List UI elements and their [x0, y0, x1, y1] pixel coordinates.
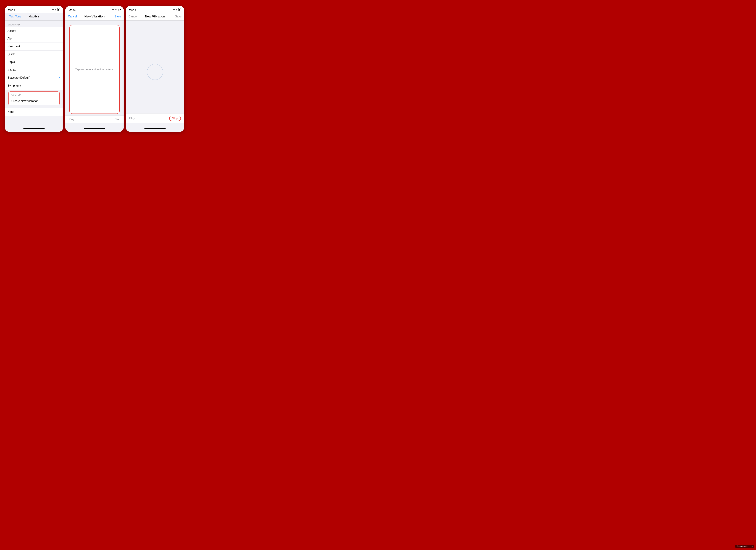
create-new-label: Create New Vibration	[11, 99, 38, 103]
item-label-symphony: Symphony	[7, 84, 21, 87]
battery-icon-1: ▮	[57, 8, 60, 11]
stop-button-2[interactable]: Stop	[114, 118, 120, 121]
list-item-staccato[interactable]: Staccato (Default) ✓	[5, 74, 63, 82]
list-item-alert[interactable]: Alert	[5, 35, 63, 43]
save-button-2[interactable]: Save	[115, 15, 121, 18]
custom-section-label: CUSTOM	[9, 92, 59, 97]
time-1: 09:41	[8, 8, 15, 11]
item-label-quick: Quick	[7, 53, 15, 56]
item-label-accent: Accent	[7, 29, 16, 33]
battery-icon-3: ▮	[178, 8, 181, 11]
standard-list: Accent Alert Heartbeat Quick Rapid S.O.S…	[5, 27, 63, 90]
tap-circle	[147, 64, 163, 80]
standard-section-label: STANDARD	[5, 21, 63, 27]
play-button-2[interactable]: Play	[69, 118, 74, 121]
haptics-title: Haptics	[28, 15, 39, 18]
time-2: 09:41	[69, 8, 75, 11]
none-label: None	[7, 110, 14, 114]
none-section: None	[5, 108, 63, 116]
back-label[interactable]: Text Tone	[9, 15, 21, 18]
play-button-3[interactable]: Play	[129, 117, 135, 120]
status-icons-3: ▪▪▪▪ ⊜ ▮	[173, 8, 181, 11]
chevron-left-icon: ‹	[7, 15, 9, 19]
signal-icon-2: ▪▪▪▪	[112, 9, 114, 11]
cancel-button-3[interactable]: Cancel	[128, 15, 137, 18]
back-button[interactable]: ‹ Text Tone	[7, 15, 21, 19]
list-item-quick[interactable]: Quick	[5, 51, 63, 58]
wifi-icon-2: ⊜	[115, 8, 117, 11]
list-item-symphony[interactable]: Symphony	[5, 82, 63, 90]
item-label-heartbeat: Heartbeat	[7, 45, 20, 48]
list-item-rapid[interactable]: Rapid	[5, 58, 63, 66]
cancel-button-2[interactable]: Cancel	[68, 15, 77, 18]
time-3: 09:41	[129, 8, 136, 11]
phone-screen-2: 09:41 ▪▪▪▪ ⊜ ▮ Cancel New Vibration Save…	[65, 6, 124, 132]
create-new-vibration-item[interactable]: Create New Vibration ›	[9, 97, 59, 105]
checkmark-icon-staccato: ✓	[58, 76, 61, 80]
chevron-right-icon: ›	[56, 100, 57, 102]
none-item[interactable]: None	[5, 108, 63, 116]
wifi-icon-1: ⊜	[55, 8, 56, 11]
tap-hint-2: Tap to create a vibration pattern.	[75, 68, 114, 71]
home-indicator-3	[144, 128, 166, 129]
phone-screen-1: 09:41 ▪▪▪▪ ⊜ ▮ ‹ Text Tone Haptics STAND…	[5, 6, 63, 132]
vibration-area-3[interactable]	[126, 21, 184, 123]
bottom-controls-2: Play Stop	[65, 115, 124, 123]
battery-icon-2: ▮	[118, 8, 120, 11]
new-vibration-nav-2: Cancel New Vibration Save	[65, 13, 124, 21]
new-vibration-title-2: New Vibration	[84, 15, 104, 18]
main-wrapper: 09:41 ▪▪▪▪ ⊜ ▮ ‹ Text Tone Haptics STAND…	[4, 4, 185, 134]
new-vibration-nav-3: Cancel New Vibration Save	[126, 13, 184, 21]
new-vibration-title-3: New Vibration	[145, 15, 165, 18]
stop-button-3-outlined[interactable]: Stop	[169, 116, 181, 121]
status-icons-1: ▪▪▪▪ ⊜ ▮	[52, 8, 60, 11]
status-bar-2: 09:41 ▪▪▪▪ ⊜ ▮	[65, 6, 124, 13]
haptics-nav: ‹ Text Tone Haptics	[5, 13, 63, 21]
wifi-icon-3: ⊜	[176, 8, 177, 11]
custom-section-box: CUSTOM Create New Vibration ›	[8, 91, 60, 105]
list-item-sos[interactable]: S.O.S.	[5, 66, 63, 74]
signal-icon-3: ▪▪▪▪	[173, 9, 175, 11]
home-indicator-2	[84, 128, 105, 129]
status-icons-2: ▪▪▪▪ ⊜ ▮	[112, 8, 120, 11]
item-label-alert: Alert	[7, 37, 13, 40]
status-bar-1: 09:41 ▪▪▪▪ ⊜ ▮	[5, 6, 63, 13]
list-item-accent[interactable]: Accent	[5, 27, 63, 35]
home-indicator-1	[23, 128, 45, 129]
signal-icon-1: ▪▪▪▪	[52, 9, 54, 11]
save-button-3[interactable]: Save	[175, 15, 182, 18]
item-label-sos: S.O.S.	[7, 68, 16, 72]
phone-screen-3: 09:41 ▪▪▪▪ ⊜ ▮ Cancel New Vibration Save…	[126, 6, 184, 132]
list-item-heartbeat[interactable]: Heartbeat	[5, 43, 63, 51]
item-label-staccato: Staccato (Default)	[7, 76, 30, 79]
item-label-rapid: Rapid	[7, 60, 15, 64]
vibration-tap-area-2[interactable]: Tap to create a vibration pattern.	[69, 25, 120, 114]
bottom-controls-3: Play Stop	[126, 113, 184, 123]
status-bar-3: 09:41 ▪▪▪▪ ⊜ ▮	[126, 6, 184, 13]
